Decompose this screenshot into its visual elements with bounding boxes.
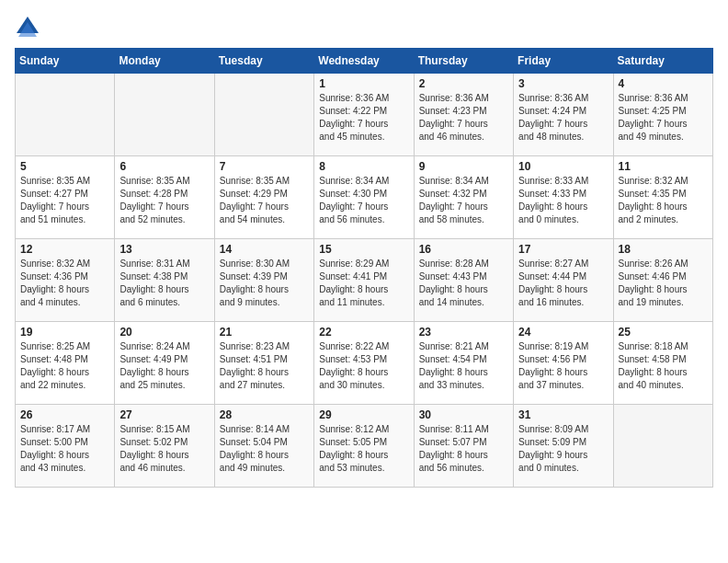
day-number: 30 bbox=[419, 408, 508, 421]
day-info: Sunrise: 8:28 AM Sunset: 4:43 PM Dayligh… bbox=[419, 258, 508, 309]
day-info: Sunrise: 8:09 AM Sunset: 5:09 PM Dayligh… bbox=[518, 423, 608, 475]
day-info: Sunrise: 8:36 AM Sunset: 4:22 PM Dayligh… bbox=[319, 92, 408, 144]
calendar-cell: 5Sunrise: 8:35 AM Sunset: 4:27 PM Daylig… bbox=[16, 156, 115, 239]
day-number: 7 bbox=[220, 160, 309, 173]
weekday-header-row: SundayMondayTuesdayWednesdayThursdayFrid… bbox=[16, 49, 713, 74]
day-number: 24 bbox=[518, 326, 608, 339]
calendar-cell bbox=[115, 74, 214, 156]
day-info: Sunrise: 8:36 AM Sunset: 4:24 PM Dayligh… bbox=[518, 92, 608, 144]
day-number: 23 bbox=[419, 326, 508, 339]
calendar-cell: 16Sunrise: 8:28 AM Sunset: 4:43 PM Dayli… bbox=[414, 239, 513, 322]
day-number: 11 bbox=[619, 160, 708, 173]
calendar-cell: 14Sunrise: 8:30 AM Sunset: 4:39 PM Dayli… bbox=[214, 239, 313, 322]
page-header bbox=[15, 15, 713, 40]
day-number: 31 bbox=[518, 408, 608, 421]
calendar-cell: 23Sunrise: 8:21 AM Sunset: 4:54 PM Dayli… bbox=[414, 322, 513, 405]
calendar-cell: 10Sunrise: 8:33 AM Sunset: 4:33 PM Dayli… bbox=[514, 156, 613, 239]
day-number: 14 bbox=[220, 243, 309, 256]
calendar-cell: 13Sunrise: 8:31 AM Sunset: 4:38 PM Dayli… bbox=[115, 239, 214, 322]
day-number: 28 bbox=[220, 408, 309, 421]
day-info: Sunrise: 8:14 AM Sunset: 5:04 PM Dayligh… bbox=[220, 423, 309, 475]
calendar-cell: 17Sunrise: 8:27 AM Sunset: 4:44 PM Dayli… bbox=[514, 239, 613, 322]
weekday-header-thursday: Thursday bbox=[414, 49, 513, 74]
day-number: 8 bbox=[319, 160, 408, 173]
calendar-cell: 3Sunrise: 8:36 AM Sunset: 4:24 PM Daylig… bbox=[514, 74, 613, 156]
calendar-cell: 2Sunrise: 8:36 AM Sunset: 4:23 PM Daylig… bbox=[414, 74, 513, 156]
day-info: Sunrise: 8:22 AM Sunset: 4:53 PM Dayligh… bbox=[319, 340, 408, 392]
calendar-cell: 30Sunrise: 8:11 AM Sunset: 5:07 PM Dayli… bbox=[414, 405, 513, 488]
day-number: 25 bbox=[619, 326, 708, 339]
weekday-header-friday: Friday bbox=[514, 49, 613, 74]
day-number: 27 bbox=[119, 408, 209, 421]
day-number: 20 bbox=[119, 326, 209, 339]
logo bbox=[15, 15, 44, 40]
calendar-table: SundayMondayTuesdayWednesdayThursdayFrid… bbox=[15, 48, 713, 488]
day-info: Sunrise: 8:17 AM Sunset: 5:00 PM Dayligh… bbox=[20, 423, 109, 475]
day-info: Sunrise: 8:34 AM Sunset: 4:32 PM Dayligh… bbox=[419, 175, 508, 226]
weekday-header-sunday: Sunday bbox=[16, 49, 115, 74]
calendar-cell bbox=[214, 74, 313, 156]
day-number: 15 bbox=[319, 243, 408, 256]
day-number: 17 bbox=[518, 243, 608, 256]
calendar-cell: 7Sunrise: 8:35 AM Sunset: 4:29 PM Daylig… bbox=[214, 156, 313, 239]
day-info: Sunrise: 8:12 AM Sunset: 5:05 PM Dayligh… bbox=[319, 423, 408, 475]
calendar-week-row: 5Sunrise: 8:35 AM Sunset: 4:27 PM Daylig… bbox=[16, 156, 713, 239]
day-number: 26 bbox=[20, 408, 109, 421]
calendar-cell: 19Sunrise: 8:25 AM Sunset: 4:48 PM Dayli… bbox=[16, 322, 115, 405]
day-info: Sunrise: 8:32 AM Sunset: 4:35 PM Dayligh… bbox=[619, 175, 708, 226]
day-info: Sunrise: 8:25 AM Sunset: 4:48 PM Dayligh… bbox=[20, 340, 109, 392]
day-number: 18 bbox=[619, 243, 708, 256]
calendar-cell bbox=[16, 74, 115, 156]
day-info: Sunrise: 8:11 AM Sunset: 5:07 PM Dayligh… bbox=[419, 423, 508, 475]
calendar-cell: 6Sunrise: 8:35 AM Sunset: 4:28 PM Daylig… bbox=[115, 156, 214, 239]
calendar-cell: 20Sunrise: 8:24 AM Sunset: 4:49 PM Dayli… bbox=[115, 322, 214, 405]
day-info: Sunrise: 8:24 AM Sunset: 4:49 PM Dayligh… bbox=[119, 340, 209, 392]
weekday-header-saturday: Saturday bbox=[613, 49, 712, 74]
day-info: Sunrise: 8:36 AM Sunset: 4:23 PM Dayligh… bbox=[419, 92, 508, 144]
day-number: 10 bbox=[518, 160, 608, 173]
calendar-cell: 9Sunrise: 8:34 AM Sunset: 4:32 PM Daylig… bbox=[414, 156, 513, 239]
day-number: 2 bbox=[419, 77, 508, 90]
calendar-cell: 29Sunrise: 8:12 AM Sunset: 5:05 PM Dayli… bbox=[314, 405, 414, 488]
day-info: Sunrise: 8:26 AM Sunset: 4:46 PM Dayligh… bbox=[619, 258, 708, 309]
day-number: 22 bbox=[319, 326, 408, 339]
day-number: 12 bbox=[20, 243, 109, 256]
day-info: Sunrise: 8:32 AM Sunset: 4:36 PM Dayligh… bbox=[20, 258, 109, 309]
day-info: Sunrise: 8:27 AM Sunset: 4:44 PM Dayligh… bbox=[518, 258, 608, 309]
day-info: Sunrise: 8:18 AM Sunset: 4:58 PM Dayligh… bbox=[619, 340, 708, 392]
day-info: Sunrise: 8:19 AM Sunset: 4:56 PM Dayligh… bbox=[518, 340, 608, 392]
day-number: 6 bbox=[119, 160, 209, 173]
day-info: Sunrise: 8:29 AM Sunset: 4:41 PM Dayligh… bbox=[319, 258, 408, 309]
day-info: Sunrise: 8:35 AM Sunset: 4:28 PM Dayligh… bbox=[119, 175, 209, 226]
day-number: 21 bbox=[220, 326, 309, 339]
day-number: 16 bbox=[419, 243, 508, 256]
day-info: Sunrise: 8:31 AM Sunset: 4:38 PM Dayligh… bbox=[119, 258, 209, 309]
calendar-cell: 24Sunrise: 8:19 AM Sunset: 4:56 PM Dayli… bbox=[514, 322, 613, 405]
logo-icon bbox=[15, 15, 40, 40]
day-number: 13 bbox=[119, 243, 209, 256]
day-number: 4 bbox=[619, 77, 708, 90]
calendar-cell: 18Sunrise: 8:26 AM Sunset: 4:46 PM Dayli… bbox=[613, 239, 712, 322]
day-info: Sunrise: 8:23 AM Sunset: 4:51 PM Dayligh… bbox=[220, 340, 309, 392]
day-info: Sunrise: 8:30 AM Sunset: 4:39 PM Dayligh… bbox=[220, 258, 309, 309]
day-info: Sunrise: 8:36 AM Sunset: 4:25 PM Dayligh… bbox=[619, 92, 708, 144]
calendar-cell: 28Sunrise: 8:14 AM Sunset: 5:04 PM Dayli… bbox=[214, 405, 313, 488]
calendar-cell: 25Sunrise: 8:18 AM Sunset: 4:58 PM Dayli… bbox=[613, 322, 712, 405]
weekday-header-monday: Monday bbox=[115, 49, 214, 74]
calendar-cell bbox=[613, 405, 712, 488]
weekday-header-wednesday: Wednesday bbox=[314, 49, 414, 74]
day-info: Sunrise: 8:21 AM Sunset: 4:54 PM Dayligh… bbox=[419, 340, 508, 392]
calendar-week-row: 26Sunrise: 8:17 AM Sunset: 5:00 PM Dayli… bbox=[16, 405, 713, 488]
day-number: 3 bbox=[518, 77, 608, 90]
day-number: 1 bbox=[319, 77, 408, 90]
day-info: Sunrise: 8:33 AM Sunset: 4:33 PM Dayligh… bbox=[518, 175, 608, 226]
calendar-cell: 22Sunrise: 8:22 AM Sunset: 4:53 PM Dayli… bbox=[314, 322, 414, 405]
calendar-cell: 11Sunrise: 8:32 AM Sunset: 4:35 PM Dayli… bbox=[613, 156, 712, 239]
day-info: Sunrise: 8:15 AM Sunset: 5:02 PM Dayligh… bbox=[119, 423, 209, 475]
day-number: 29 bbox=[319, 408, 408, 421]
day-number: 5 bbox=[20, 160, 109, 173]
calendar-cell: 31Sunrise: 8:09 AM Sunset: 5:09 PM Dayli… bbox=[514, 405, 613, 488]
calendar-week-row: 1Sunrise: 8:36 AM Sunset: 4:22 PM Daylig… bbox=[16, 74, 713, 156]
calendar-week-row: 12Sunrise: 8:32 AM Sunset: 4:36 PM Dayli… bbox=[16, 239, 713, 322]
calendar-cell: 4Sunrise: 8:36 AM Sunset: 4:25 PM Daylig… bbox=[613, 74, 712, 156]
